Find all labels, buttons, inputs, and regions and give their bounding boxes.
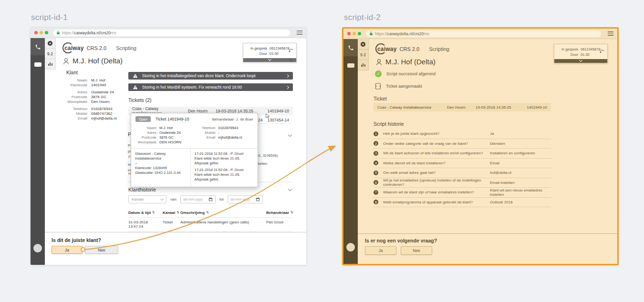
close-window-button[interactable] (34, 31, 38, 34)
browser-window-1: https://caiwaydelta.nl/crs20ms 9.2 caiwa… (30, 27, 307, 265)
call-transfer-icon[interactable] (600, 47, 604, 55)
minimize-window-button[interactable] (40, 31, 43, 34)
chevron-down-icon (160, 197, 164, 201)
step-answer: Ja (490, 131, 551, 136)
browser-chrome: https://caiwaydelta.nl/crs20ms (343, 29, 617, 39)
table-row[interactable]: 31-03-2018 13:47:24 Ticket Administratie… (128, 217, 293, 232)
tab-notifications[interactable] (358, 39, 369, 50)
nee-button[interactable]: Nee (85, 246, 118, 254)
kanaal-placeholder: Kanaal (132, 197, 144, 201)
ticket-icon (375, 83, 381, 90)
tab-stats[interactable] (45, 59, 56, 70)
note-text: Klant wilde toch liever 21-05. Afspraak … (195, 156, 254, 166)
column-header-omschrijving[interactable]: Omschrijving⇅ (180, 211, 266, 215)
tab-notifications[interactable] (45, 38, 56, 49)
chevron-right-icon (286, 74, 289, 77)
nav-item-scripting[interactable]: Scripting (429, 46, 449, 52)
tickets-heading: Tickets (2) (128, 97, 293, 103)
zoom-window-button[interactable] (45, 31, 48, 34)
browser-chrome: https://caiwaydelta.nl/crs20ms (31, 28, 306, 38)
script-history-item: 2 Onder welke categorie valt de vraag va… (374, 139, 551, 149)
person-icon (62, 57, 70, 65)
calendar-icon (208, 197, 213, 201)
url-domain: caiwaydelta.nl/crs20 (74, 30, 111, 35)
script-history-item: 4 Welke dienst wil de klant installeren?… (374, 159, 551, 169)
address-bar[interactable]: https://caiwaydelta.nl/crs20ms (366, 30, 601, 37)
user-avatar[interactable] (346, 243, 355, 252)
popup-title: Ticket 1401949-10 (156, 117, 189, 121)
browser-menu-icon[interactable] (608, 31, 613, 36)
tab-strip: 9.2 (358, 39, 369, 264)
ja-button[interactable]: Ja (365, 246, 396, 255)
chevron-down-icon[interactable] (288, 133, 292, 137)
tab-score[interactable]: 9.2 (45, 49, 56, 59)
sidebar-item-phone[interactable] (343, 39, 358, 56)
field-value: 0102876543 (218, 126, 239, 131)
chevron-right-icon (286, 85, 289, 89)
note-meta: 17-01-2018 11:52:08 - P. Groot (195, 168, 254, 172)
phone-icon (35, 44, 41, 50)
field-value: Oosteinde 24 (159, 131, 181, 135)
field-label: Mobiel (195, 131, 216, 135)
ticket-row[interactable]: Coax - Caiway Installatieservice Den Hoo… (374, 103, 551, 111)
tab-score[interactable]: 9.2 (358, 50, 369, 60)
sidebar-item-phone[interactable] (31, 38, 45, 55)
url-prefix: https:// (375, 31, 387, 36)
address-bar[interactable]: https://caiwaydelta.nl/crs20ms (53, 30, 290, 36)
call-mute-icon[interactable] (289, 56, 293, 64)
ticket-id: 1307454-14 (268, 118, 289, 122)
tot-label: tot (219, 197, 224, 201)
product-name: Glasvezel - Caiway Installatieservice (135, 151, 187, 161)
step-answer: hof@delta.nl (490, 171, 551, 175)
notification-badge-icon (48, 41, 52, 46)
question-text: Is dit de juiste klant? (52, 237, 101, 243)
tab-stats[interactable] (358, 60, 369, 70)
warning-icon (133, 73, 138, 78)
sidebar-item-screen[interactable] (347, 63, 354, 68)
alert-banner[interactable]: Storing in het installatiegebied van dez… (128, 72, 293, 80)
table-header-row: Datum & tijd⇅ Kanaal⇅ Omschrijving⇅ Beha… (128, 209, 293, 217)
chevron-down-icon[interactable] (288, 187, 292, 191)
browser-menu-icon[interactable] (297, 30, 302, 35)
ticket-id: 1401949-10 (260, 109, 289, 113)
field-label: Klantcode (56, 83, 87, 88)
call-transfer-icon[interactable] (289, 46, 293, 54)
klant-details: NaamM.J. Hof Klantcode1401949 AdresOoste… (56, 78, 125, 121)
step-number-badge: 7 (374, 190, 378, 195)
sort-icon: ⇅ (206, 211, 209, 215)
window-controls[interactable] (34, 31, 48, 34)
column-header-kanaal[interactable]: Kanaal⇅ (163, 211, 180, 215)
nav-item-scripting[interactable]: Scripting (116, 45, 136, 51)
field-label: Email (56, 116, 87, 121)
app-sidebar (343, 39, 358, 264)
cell-kanaal: Ticket (163, 220, 180, 229)
close-window-button[interactable] (347, 32, 351, 35)
ja-button[interactable]: Ja (52, 246, 83, 254)
sort-icon: ⇅ (177, 211, 179, 215)
column-header-behandelaar[interactable]: Behandelaar⇅ (266, 211, 293, 215)
popup-address-column: NaamM.J. Hof AdresOosteinde 24 Postcode3… (135, 126, 195, 145)
column-header-datum[interactable]: Datum & tijd⇅ (128, 211, 163, 215)
script-historie-heading: Script historie (374, 121, 404, 127)
customer-header: M.J. Hof (Delta) (62, 57, 123, 65)
field-label: Telefoon (56, 107, 87, 111)
kanaal-select[interactable]: Kanaal (128, 195, 166, 203)
minimize-window-button[interactable] (353, 32, 356, 35)
zoom-window-button[interactable] (358, 32, 361, 35)
date-from-input[interactable]: dd-mm-yyyy (180, 195, 216, 203)
call-panel: In gesprek0612345678 Duur01:30 (243, 43, 297, 62)
step-question: Waarom wil de klant zijn of haar emailad… (383, 190, 490, 194)
user-avatar[interactable] (33, 244, 42, 252)
alert-banner[interactable]: Storing in het MaxBill systeem. Fix verw… (128, 83, 293, 91)
field-value: DEN HOORN (159, 140, 181, 145)
sort-icon: ⇅ (152, 211, 155, 215)
window-controls[interactable] (347, 32, 361, 35)
step-number-badge: 2 (374, 141, 378, 146)
step-question: Heb je de juiste klant opgezocht? (383, 131, 490, 136)
status-text: Script succesvol afgerond (386, 71, 436, 76)
date-to-input[interactable]: dd-mm-yyyy (228, 195, 263, 203)
step-number-badge: 3 (374, 151, 378, 156)
call-mute-icon[interactable] (600, 57, 604, 65)
sidebar-item-screen[interactable] (34, 62, 42, 67)
nee-button[interactable]: Nee (401, 246, 432, 255)
